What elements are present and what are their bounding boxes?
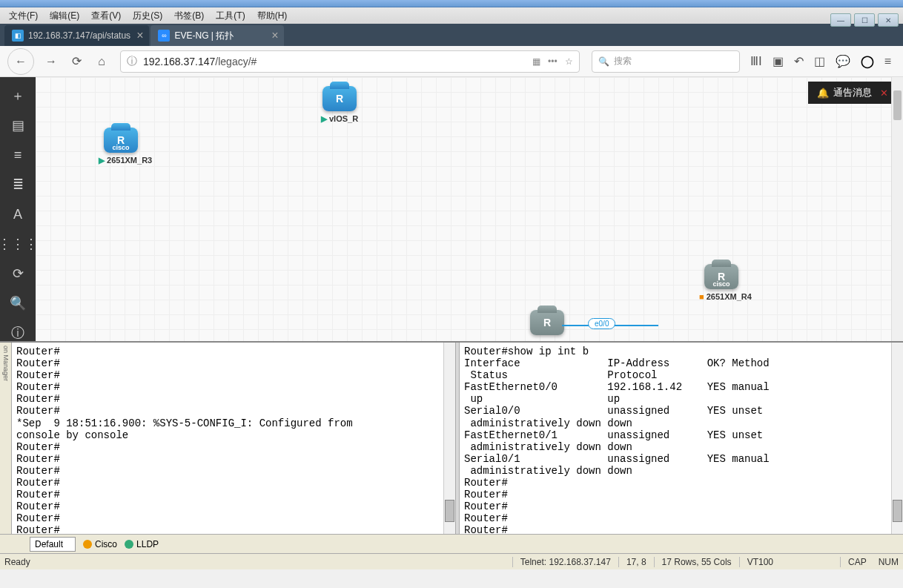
dot-icon	[83, 540, 92, 549]
terminal-side-tabs[interactable]: on Manager	[0, 343, 12, 534]
hamburger-menu-icon[interactable]: ≡	[884, 55, 891, 68]
menu-bookmarks[interactable]: 书签(B)	[168, 8, 210, 24]
canvas-scrollbar[interactable]	[891, 77, 903, 341]
menu-view[interactable]: 查看(V)	[85, 8, 127, 24]
minimize-button[interactable]: —	[830, 13, 851, 27]
tab-title: 192.168.37.147/api/status	[28, 30, 130, 41]
notification-banner: 🔔 通告消息 ✕	[808, 82, 894, 104]
node-label: vIOS_R	[317, 114, 362, 124]
node-vios-r[interactable]: R vIOS_R	[317, 86, 362, 124]
status-cap: CAP	[840, 557, 874, 567]
maximize-button[interactable]: ☐	[854, 13, 875, 27]
menu-tools[interactable]: 工具(T)	[210, 8, 251, 24]
tab-favicon-icon: ◧	[12, 30, 24, 42]
status-term-type: VT100	[739, 557, 781, 567]
url-actions: ▦ ••• ☆	[532, 56, 573, 67]
firefox-tabs: ◧ 192.168.37.147/api/status × ∞ EVE-NG |…	[0, 24, 903, 46]
notification-close-icon[interactable]: ✕	[880, 87, 888, 99]
sidebar-btn-4[interactable]: ≣	[7, 176, 29, 193]
terminal-scrollbar[interactable]	[443, 343, 455, 534]
library-icon[interactable]: ⅢⅠ	[750, 54, 762, 68]
grid-button[interactable]: ⋮⋮⋮	[7, 236, 29, 252]
status-term-size: 17 Rows, 55 Cols	[654, 557, 739, 567]
status-connection: Telnet: 192.168.37.147	[512, 557, 618, 567]
menu-history[interactable]: 历史(S)	[127, 8, 168, 24]
firefox-menubar: 文件(F) 编辑(E) 查看(V) 历史(S) 书签(B) 工具(T) 帮助(H…	[0, 7, 903, 24]
tab-title: EVE-NG | 拓扑	[174, 30, 265, 42]
cisco-tab[interactable]: Cisco	[83, 539, 117, 549]
site-info-icon[interactable]: ⓘ	[127, 55, 137, 68]
node-label: 2651XM_R4	[699, 292, 744, 301]
text-button[interactable]: A	[7, 206, 29, 222]
tab-api-status[interactable]: ◧ 192.168.37.147/api/status ×	[4, 25, 149, 46]
tab-close-icon[interactable]: ×	[136, 29, 143, 42]
router-icon: R	[530, 310, 564, 335]
notification-text: 通告消息	[833, 86, 872, 99]
search-placeholder: 搜索	[614, 55, 632, 67]
undo-icon[interactable]: ↶	[794, 54, 804, 68]
node-2651xm-r4[interactable]: ciscoR 2651XM_R4	[699, 264, 744, 301]
home-button[interactable]: ⌂	[89, 49, 114, 74]
terminal-left[interactable]: Router# Router# Router# Router# Router# …	[12, 343, 455, 534]
info-button[interactable]: ⓘ	[7, 325, 29, 341]
dot-icon	[125, 540, 133, 549]
interface-label: e0/0	[588, 318, 615, 329]
menu-file[interactable]: 文件(F)	[3, 8, 44, 24]
window-controls: — ☐ ✕	[830, 13, 899, 27]
url-bar[interactable]: ⓘ 192.168.37.147/legacy/# ▦ ••• ☆	[120, 50, 580, 73]
router-icon: ciscoR	[104, 128, 138, 153]
status-num: NUM	[874, 557, 899, 567]
refresh-button[interactable]: ⟳	[7, 265, 29, 282]
qr-icon[interactable]: ▦	[532, 56, 540, 67]
back-button[interactable]: ←	[7, 48, 34, 75]
sidebar-btn-3[interactable]: ≡	[7, 147, 29, 163]
topology-canvas[interactable]: 🔔 通告消息 ✕ ciscoR 2651XM_R3 R vIOS_R cisco…	[36, 77, 903, 341]
circle-icon[interactable]: ◯	[861, 54, 874, 68]
status-cursor-pos: 17, 8	[618, 557, 654, 567]
tab-close-icon[interactable]: ×	[271, 29, 278, 42]
add-node-button[interactable]: ＋	[7, 87, 29, 104]
page-action-icon[interactable]: •••	[548, 56, 558, 67]
bell-icon: 🔔	[817, 87, 829, 99]
lldp-tab[interactable]: LLDP	[125, 539, 159, 549]
default-dropdown[interactable]: Default	[30, 537, 76, 552]
reload-button[interactable]: ⟳	[64, 49, 89, 74]
screenshot-icon[interactable]: ◫	[814, 54, 825, 68]
zoom-button[interactable]: 🔍	[7, 295, 29, 311]
windows-titlebar	[0, 0, 903, 7]
search-box[interactable]: 🔍 搜索	[592, 50, 740, 73]
forward-button[interactable]: →	[39, 49, 64, 74]
menu-help[interactable]: 帮助(H)	[251, 8, 294, 24]
node-2651xm-r3[interactable]: ciscoR 2651XM_R3	[99, 128, 143, 165]
menu-edit[interactable]: 编辑(E)	[44, 8, 85, 24]
chat-icon[interactable]: 💬	[836, 54, 850, 68]
search-icon: 🔍	[598, 56, 609, 67]
url-text: 192.168.37.147/legacy/#	[143, 56, 532, 67]
node-label: 2651XM_R3	[99, 156, 143, 165]
firefox-toolbar: ← → ⟳ ⌂ ⓘ 192.168.37.147/legacy/# ▦ ••• …	[0, 46, 903, 77]
router-icon: R	[322, 86, 357, 111]
eve-left-sidebar: ＋ ▤ ≡ ≣ A ⋮⋮⋮ ⟳ 🔍 ⓘ	[0, 77, 36, 341]
terminal-scrollbar[interactable]	[891, 343, 903, 534]
status-bar: Ready Telnet: 192.168.37.147 17, 8 17 Ro…	[0, 553, 903, 569]
node-center-router[interactable]: R	[525, 310, 569, 338]
bottom-tab-bar: Default Cisco LLDP	[0, 534, 903, 553]
status-ready: Ready	[4, 557, 30, 567]
terminal-panes: on Manager Router# Router# Router# Route…	[0, 341, 903, 534]
tab-favicon-icon: ∞	[158, 30, 170, 42]
sidebar-btn-2[interactable]: ▤	[7, 117, 29, 133]
sidebar-icon[interactable]: ▣	[773, 54, 784, 68]
eve-ng-topology: ＋ ▤ ≡ ≣ A ⋮⋮⋮ ⟳ 🔍 ⓘ 🔔 通告消息 ✕ ciscoR 2651…	[0, 77, 903, 341]
scrollbar-thumb[interactable]	[893, 90, 902, 120]
toolbar-right: ⅢⅠ ▣ ↶ ◫ 💬 ◯ ≡	[746, 54, 896, 68]
close-button[interactable]: ✕	[878, 13, 899, 27]
bookmark-star-icon[interactable]: ☆	[565, 56, 573, 67]
tab-eve-ng[interactable]: ∞ EVE-NG | 拓扑 ×	[150, 25, 284, 46]
router-icon: ciscoR	[704, 264, 738, 289]
terminal-right[interactable]: Router#show ip int b Interface IP-Addres…	[460, 343, 903, 534]
